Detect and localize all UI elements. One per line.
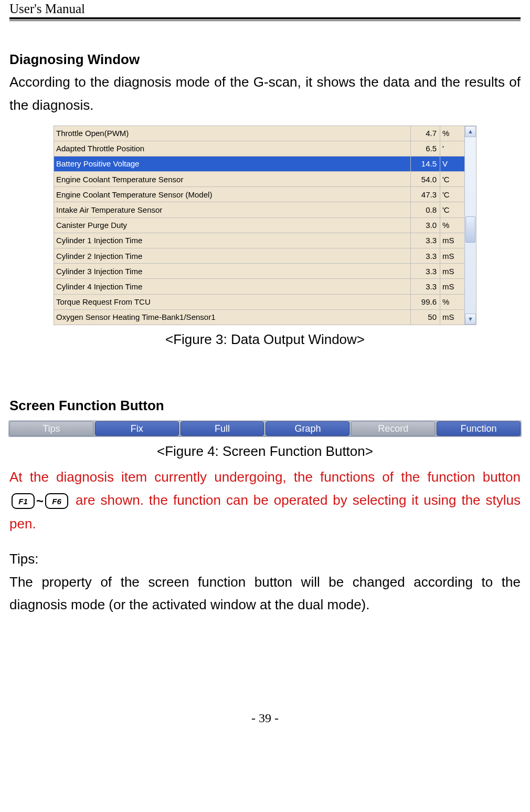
param-name: Intake Air Temperature Sensor (54, 202, 411, 217)
page-footer-number: - 39 - (9, 711, 521, 725)
figure4-caption: <Figure 4: Screen Function Button> (9, 440, 521, 463)
param-unit: 'C (440, 172, 464, 186)
param-unit: % (440, 126, 464, 141)
table-row[interactable]: Throttle Open(PWM)4.7% (54, 126, 464, 141)
param-unit: mS (440, 310, 464, 325)
tips-label: Tips: (9, 548, 521, 571)
param-unit: % (440, 295, 464, 309)
param-name: Oxygen Sensor Heating Time-Bank1/Sensor1 (54, 310, 411, 325)
scroll-track[interactable] (465, 137, 476, 314)
param-unit: mS (440, 279, 464, 294)
table-row[interactable]: Canister Purge Duty3.0% (54, 218, 464, 233)
param-name: Cylinder 2 Injection Time (54, 248, 411, 263)
data-output-grid[interactable]: Throttle Open(PWM)4.7%Adapted Throttle P… (54, 126, 476, 325)
param-value: 3.3 (411, 279, 440, 294)
param-name: Cylinder 3 Injection Time (54, 264, 411, 278)
section-diagnosing-body: According to the diagnosis mode of the G… (9, 71, 521, 117)
section-diagnosing-title: Diagnosing Window (9, 48, 521, 71)
table-row[interactable]: Cylinder 3 Injection Time3.3mS (54, 264, 464, 279)
param-name: Torque Request From TCU (54, 295, 411, 309)
param-unit: mS (440, 264, 464, 278)
fn-button-function[interactable]: Function (437, 421, 521, 436)
param-name: Battery Positive Voltage (54, 157, 411, 171)
param-value: 3.3 (411, 264, 440, 278)
param-name: Adapted Throttle Position (54, 141, 411, 156)
param-unit: ' (440, 141, 464, 156)
param-unit: 'C (440, 202, 464, 217)
table-row[interactable]: Battery Positive Voltage14.5V (54, 157, 464, 172)
table-row[interactable]: Oxygen Sensor Heating Time-Bank1/Sensor1… (54, 310, 464, 325)
param-unit: % (440, 218, 464, 233)
param-value: 6.5 (411, 141, 440, 156)
param-value: 3.0 (411, 218, 440, 233)
param-name: Cylinder 1 Injection Time (54, 233, 411, 248)
tilde-icon: ~ (36, 491, 44, 512)
scrollbar[interactable]: ▲ ▼ (464, 126, 476, 325)
param-value: 4.7 (411, 126, 440, 141)
param-unit: 'C (440, 187, 464, 202)
param-value: 50 (411, 310, 440, 325)
table-row[interactable]: Cylinder 2 Injection Time3.3mS (54, 248, 464, 264)
param-name: Engine Coolant Temperature Sensor (54, 172, 411, 186)
param-value: 3.3 (411, 248, 440, 263)
param-value: 3.3 (411, 233, 440, 248)
page-header-title: User's Manual (9, 0, 521, 17)
param-name: Throttle Open(PWM) (54, 126, 411, 141)
param-unit: mS (440, 233, 464, 248)
table-row[interactable]: Intake Air Temperature Sensor0.8'C (54, 202, 464, 217)
red-part1: At the diagnosis item currently undergoi… (9, 469, 521, 485)
param-unit: mS (440, 248, 464, 263)
scroll-up-button[interactable]: ▲ (465, 126, 476, 137)
fn-button-graph[interactable]: Graph (266, 421, 349, 436)
param-value: 14.5 (411, 157, 440, 171)
table-row[interactable]: Engine Coolant Temperature Sensor (Model… (54, 187, 464, 202)
keycap-f1: F1 (12, 493, 35, 509)
red-instruction-text: At the diagnosis item currently undergoi… (9, 465, 521, 535)
param-value: 99.6 (411, 295, 440, 309)
param-name: Cylinder 4 Injection Time (54, 279, 411, 294)
param-unit: V (440, 157, 464, 171)
scroll-thumb[interactable] (465, 216, 475, 243)
table-row[interactable]: Torque Request From TCU99.6% (54, 295, 464, 310)
param-value: 54.0 (411, 172, 440, 186)
fn-button-tips: Tips (9, 421, 93, 436)
fn-button-fix[interactable]: Fix (95, 421, 179, 436)
param-name: Canister Purge Duty (54, 218, 411, 233)
table-row[interactable]: Cylinder 4 Injection Time3.3mS (54, 279, 464, 294)
fn-button-full[interactable]: Full (181, 421, 264, 436)
section-function-title: Screen Function Button (9, 394, 521, 418)
header-rule-thick (9, 17, 521, 19)
param-value: 0.8 (411, 202, 440, 217)
param-name: Engine Coolant Temperature Sensor (Model… (54, 187, 411, 202)
key-range-graphic: F1 ~ F6 (12, 491, 68, 512)
scroll-down-button[interactable]: ▼ (465, 314, 476, 325)
table-row[interactable]: Cylinder 1 Injection Time3.3mS (54, 233, 464, 248)
tips-body: The property of the screen function butt… (9, 571, 521, 617)
table-row[interactable]: Engine Coolant Temperature Sensor54.0'C (54, 172, 464, 187)
red-part2: are shown. the function can be operated … (9, 492, 521, 532)
param-value: 47.3 (411, 187, 440, 202)
function-button-bar: TipsFixFullGraphRecordFunction (8, 420, 522, 437)
keycap-f6: F6 (45, 493, 68, 509)
figure3-caption: <Figure 3: Data Output Window> (54, 328, 476, 351)
fn-button-record: Record (351, 421, 435, 436)
table-row[interactable]: Adapted Throttle Position6.5' (54, 141, 464, 157)
